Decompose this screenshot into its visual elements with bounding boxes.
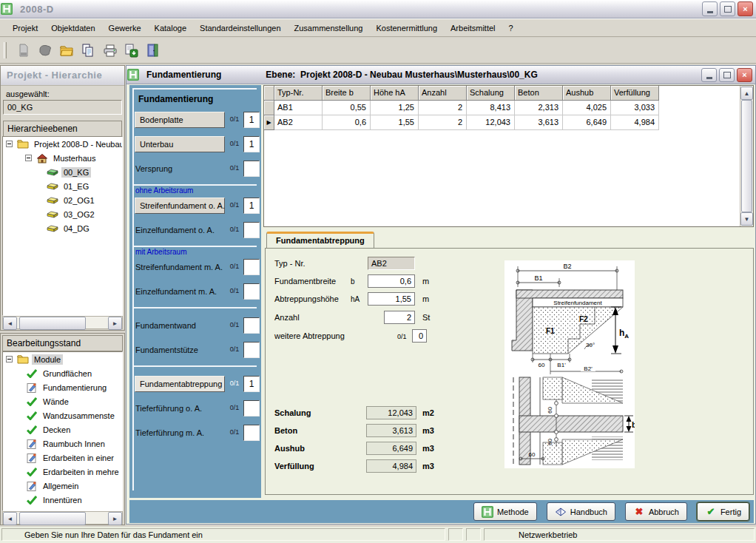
methode-button[interactable]: Methode xyxy=(473,502,537,521)
column-header-anzahl[interactable]: Anzahl xyxy=(419,86,467,101)
module-status-fundamentierung[interactable]: Fundamentierung xyxy=(3,380,122,394)
open-project-icon[interactable] xyxy=(34,41,55,61)
menu-item-objektdaten[interactable]: Objektdaten xyxy=(44,21,101,36)
scroll-right-icon[interactable]: ► xyxy=(108,512,122,525)
tree-node-01-eg[interactable]: 01_EG xyxy=(3,179,122,193)
einzelfundament-o-a-value-field[interactable] xyxy=(243,222,260,238)
column-header-breite-b[interactable]: Breite b xyxy=(323,86,371,101)
tab-fundamentabtreppung[interactable]: Fundamentabtreppung xyxy=(266,232,374,249)
abbruch-button[interactable]: ✖Abbruch xyxy=(625,502,687,521)
vscroll-thumb[interactable] xyxy=(741,100,752,212)
einzelfundament-m-a-value-field[interactable] xyxy=(243,283,260,300)
column-header-schalung[interactable]: Schalung xyxy=(467,86,515,101)
tree-node-02-og1[interactable]: 02_OG1 xyxy=(3,193,122,207)
typ-nr-input[interactable]: AB2 xyxy=(368,257,415,270)
versprung-value-field[interactable] xyxy=(243,161,260,177)
handbuch-button[interactable]: Handbuch xyxy=(547,502,615,521)
column-header-typ-nr[interactable]: Typ-Nr. xyxy=(274,86,323,101)
table-vscrollbar[interactable]: ▲▼ xyxy=(740,86,753,226)
tieferführung-o-a-value-field[interactable] xyxy=(243,400,260,416)
current-row-arrow-icon[interactable]: ▶ xyxy=(264,115,274,130)
print-icon[interactable] xyxy=(98,41,120,61)
bodenplatte-value-field[interactable]: 1 xyxy=(243,112,260,128)
menu-item-standardeinstellungen[interactable]: Standardeinstellungen xyxy=(193,21,287,36)
menu-item-[interactable]: ? xyxy=(502,21,520,36)
menu-item-zusammenstellung[interactable]: Zusammenstellung xyxy=(288,21,370,36)
inner-maximize-button[interactable] xyxy=(719,68,735,82)
bodenplatte-button[interactable]: Bodenplatte xyxy=(135,112,225,128)
module-status-wandzusammenste[interactable]: Wandzusammenste xyxy=(3,408,122,422)
restore-button[interactable] xyxy=(720,1,735,16)
weitere-abtreppung-input[interactable]: 0 xyxy=(412,329,427,343)
column-header-beton[interactable]: Beton xyxy=(515,86,563,101)
selected-level-field[interactable]: 00_KG xyxy=(3,100,122,115)
scroll-up-icon[interactable]: ▲ xyxy=(740,87,753,100)
menu-item-kataloge[interactable]: Kataloge xyxy=(148,21,193,36)
column-header-verfüllung[interactable]: Verfüllung xyxy=(611,86,659,101)
tree-collapse-icon[interactable] xyxy=(25,155,32,161)
module-status-erdarbeiten-in-einer[interactable]: Erdarbeiten in einer xyxy=(3,451,122,465)
new-document-icon[interactable] xyxy=(13,41,34,61)
module-status-decken[interactable]: Decken xyxy=(3,422,122,436)
inner-minimize-button[interactable] xyxy=(701,68,717,82)
fundamentstütze-value-field[interactable] xyxy=(243,342,260,358)
anzahl-input[interactable]: 2 xyxy=(384,311,415,324)
module-status-grundflächen[interactable]: Grundflächen xyxy=(3,366,122,380)
scroll-left-icon[interactable]: ◄ xyxy=(3,512,17,525)
toolbar-grip[interactable] xyxy=(4,42,7,58)
table-row-ab1[interactable]: AB10,551,2528,4132,3134,0253,033 xyxy=(264,101,753,115)
close-button[interactable]: × xyxy=(738,1,753,16)
streifenfundament-o-a-button[interactable]: Streifenfundament o. A. xyxy=(135,198,225,214)
scroll-down-icon[interactable]: ▼ xyxy=(740,212,753,226)
fundamentwand-value-field[interactable] xyxy=(243,317,260,334)
bodenplatte-count: 0/1 xyxy=(226,115,243,123)
tieferführung-m-a-value-field[interactable] xyxy=(243,425,260,441)
column-header-aushub[interactable]: Aushub xyxy=(563,86,611,101)
fertig-button[interactable]: ✔Fertig xyxy=(697,502,749,521)
hierarchy-hscrollbar[interactable]: ◄ ► xyxy=(2,316,123,329)
module-status-wände[interactable]: Wände xyxy=(3,394,122,408)
menu-item-gewerke[interactable]: Gewerke xyxy=(102,21,148,36)
scroll-left-icon[interactable]: ◄ xyxy=(3,317,17,330)
form-row-weitere-abtreppung: weitere Abtreppung0/10 xyxy=(266,329,510,344)
menu-item-kostenermittlung[interactable]: Kostenermittlung xyxy=(369,21,444,36)
progress-hscrollbar[interactable]: ◄ ► xyxy=(2,511,123,525)
streifenfundament-m-a-value-field[interactable] xyxy=(243,259,260,275)
tree-node-module[interactable]: Module xyxy=(3,352,122,366)
scroll-right-icon[interactable]: ► xyxy=(108,317,122,330)
fundamentabtreppung-button[interactable]: Fundamentabtreppung xyxy=(135,376,225,392)
module-status-innentüren[interactable]: Innentüren xyxy=(3,493,122,507)
tree-node-musterhaus[interactable]: Musterhaus xyxy=(3,151,122,165)
row-selector-cell[interactable] xyxy=(264,101,274,115)
module-status-erdarbeiten-in-mehre[interactable]: Erdarbeiten in mehre xyxy=(3,465,122,479)
tree-node-00-kg[interactable]: 00_KG xyxy=(3,165,122,179)
module-status-allgemein[interactable]: Allgemein xyxy=(3,479,122,493)
menu-item-arbeitsmittel[interactable]: Arbeitsmittel xyxy=(444,21,502,36)
tree-node-project[interactable]: Projekt 2008-D - Neubau xyxy=(3,137,122,151)
abtreppungshöhe-input[interactable]: 1,55 xyxy=(368,292,415,306)
exit-door-icon[interactable] xyxy=(141,41,163,61)
unterbau-button[interactable]: Unterbau xyxy=(135,136,225,152)
action-button-strip: MethodeHandbuch✖Abbruch✔Fertig xyxy=(129,500,754,523)
table-row-ab2[interactable]: ▶AB20,61,55212,0433,6136,6494,984 xyxy=(264,115,753,130)
fundamentabtreppung-value-field[interactable]: 1 xyxy=(243,376,260,392)
copy-icon[interactable] xyxy=(77,41,98,61)
tree-node-03-og2[interactable]: 03_OG2 xyxy=(3,207,122,221)
m3-unit-label: m3 xyxy=(422,462,434,471)
hscroll-thumb[interactable] xyxy=(19,512,86,525)
hscroll-thumb[interactable] xyxy=(19,317,86,330)
menu-item-projekt[interactable]: Projekt xyxy=(6,21,44,36)
export-icon[interactable] xyxy=(120,41,141,61)
minimize-button[interactable] xyxy=(702,1,718,16)
inner-close-button[interactable]: × xyxy=(737,68,752,82)
fundamentbreite-input[interactable]: 0,6 xyxy=(368,274,415,288)
tree-collapse-icon[interactable] xyxy=(6,141,13,147)
menu-bar: ProjektObjektdatenGewerkeKatalogeStandar… xyxy=(0,18,756,37)
open-folder-icon[interactable] xyxy=(55,41,77,61)
tree-collapse-icon[interactable] xyxy=(6,356,13,362)
column-header-höhe-ha[interactable]: Höhe hA xyxy=(371,86,419,101)
unterbau-value-field[interactable]: 1 xyxy=(243,136,260,152)
module-status-raumbuch-innen[interactable]: Raumbuch Innen xyxy=(3,436,122,451)
tree-node-04-dg[interactable]: 04_DG xyxy=(3,221,122,235)
streifenfundament-o-a-value-field[interactable]: 1 xyxy=(243,198,260,214)
